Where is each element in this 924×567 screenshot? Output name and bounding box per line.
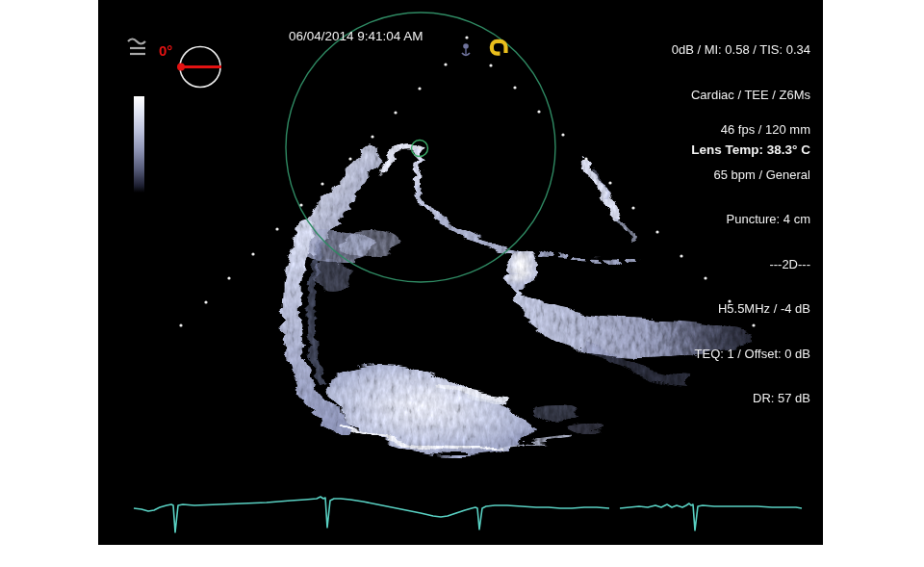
grayscale-bar	[134, 96, 144, 193]
probe-array-icon	[128, 39, 145, 55]
param-fps-depth: 46 fps / 120 mm	[695, 122, 810, 138]
orientation-marker-icon	[492, 41, 506, 54]
echo-tissue	[288, 141, 749, 452]
imaging-params-block: 46 fps / 120 mm 65 bpm / General Punctur…	[695, 92, 810, 436]
param-frequency-gain: H5.5MHz / -4 dB	[695, 301, 810, 317]
param-puncture: Puncture: 4 cm	[695, 212, 810, 227]
param-bpm-preset: 65 bpm / General	[695, 168, 810, 183]
probe-apex-marker-icon	[462, 43, 470, 55]
ecg-trace	[134, 497, 802, 532]
param-dynamic-range: DR: 57 dB	[695, 391, 810, 406]
param-teq-offset: TEQ: 1 / Offset: 0 dB	[695, 347, 810, 362]
ultrasound-display[interactable]: 06/04/2014 9:41:04 AM 0dB / MI: 0.58 / T…	[98, 0, 823, 545]
sector-boundary-dots	[179, 36, 755, 326]
probe-angle-label: 0°	[159, 42, 172, 59]
screenshot-page: 06/04/2014 9:41:04 AM 0dB / MI: 0.58 / T…	[0, 0, 924, 567]
focus-center-dot	[419, 147, 421, 149]
param-mode-2d: ---2D---	[695, 257, 810, 272]
acoustic-output-line: 0dB / MI: 0.58 / TIS: 0.34	[672, 42, 810, 58]
timestamp: 06/04/2014 9:41:04 AM	[289, 29, 424, 44]
angle-dial-icon	[177, 47, 221, 88]
